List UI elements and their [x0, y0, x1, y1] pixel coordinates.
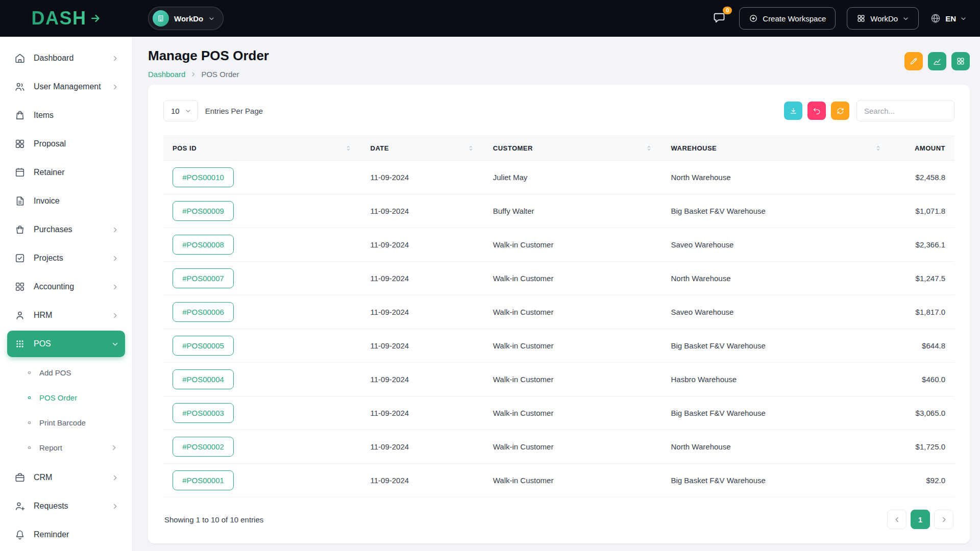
amount-cell: $1,071.8 — [891, 194, 954, 228]
sidebar-subitem-report[interactable]: Report — [0, 435, 132, 460]
pos-id-cell: #POS00009 — [163, 194, 361, 228]
column-header-content: WAREHOUSE — [671, 144, 883, 152]
column-header-customer[interactable]: CUSTOMER — [484, 136, 662, 161]
amount-cell: $92.0 — [891, 464, 954, 497]
messages-button[interactable]: 0 — [710, 9, 728, 28]
messages-badge: 0 — [723, 7, 732, 14]
pos-id-link[interactable]: #POS00002 — [173, 437, 234, 457]
previous-page-button[interactable] — [887, 510, 906, 529]
invoice-icon — [14, 195, 26, 207]
pos-id-link[interactable]: #POS00006 — [173, 302, 234, 322]
sidebar-item-dashboard[interactable]: Dashboard — [7, 45, 125, 71]
customer-cell: Juliet May — [484, 161, 662, 194]
dot-icon — [27, 395, 32, 400]
sidebar-item-label: Accounting — [34, 282, 111, 291]
requests-icon — [14, 500, 26, 512]
sidebar-item-hrm[interactable]: HRM — [7, 302, 125, 329]
column-header-amount: AMOUNT — [891, 136, 954, 161]
order-date-cell: 11-09-2024 — [361, 161, 484, 194]
refresh-button[interactable] — [831, 102, 849, 120]
breadcrumb-link-dashboard[interactable]: Dashboard — [148, 70, 185, 79]
sidebar-item-proposal[interactable]: Proposal — [7, 131, 125, 157]
sidebar-item-invoice[interactable]: Invoice — [7, 188, 125, 214]
pos-id-cell: #POS00006 — [163, 295, 361, 329]
table-row: #POS0000511-09-2024Walk-in CustomerBig B… — [163, 329, 954, 363]
column-label: WAREHOUSE — [671, 144, 717, 152]
download-icon — [789, 107, 798, 115]
items-icon — [14, 110, 26, 121]
customer-cell: Walk-in Customer — [484, 464, 662, 497]
amount-cell: $2,366.1 — [891, 228, 954, 262]
create-workspace-button[interactable]: Create Workspace — [739, 7, 836, 30]
pos-order-table: POS IDDATECUSTOMERWAREHOUSEAMOUNT #POS00… — [163, 136, 954, 497]
chevron-right-icon — [111, 283, 119, 291]
column-header-warehouse[interactable]: WAREHOUSE — [662, 136, 892, 161]
chart-icon — [933, 57, 942, 66]
column-header-date[interactable]: DATE — [361, 136, 484, 161]
language-label: EN — [945, 14, 956, 23]
sidebar-item-crm[interactable]: CRM — [7, 464, 125, 491]
workspace-name: WorkDo — [174, 14, 203, 23]
customer-cell: Walk-in Customer — [484, 430, 662, 464]
download-button[interactable] — [784, 102, 802, 120]
sidebar-item-reminder[interactable]: Reminder — [7, 521, 125, 548]
language-selector[interactable]: EN — [930, 13, 967, 24]
chevron-right-icon — [190, 71, 197, 78]
sidebar-subitem-pos-order[interactable]: POS Order — [0, 385, 132, 410]
warehouse-cell: North Warehouse — [662, 262, 892, 295]
sidebar-item-projects[interactable]: Projects — [7, 245, 125, 271]
pos-id-link[interactable]: #POS00008 — [173, 235, 234, 255]
app-switcher-button[interactable]: WorkDo — [847, 7, 919, 30]
sort-icon — [874, 144, 882, 152]
sidebar-item-accounting[interactable]: Accounting — [7, 273, 125, 300]
search-input[interactable] — [856, 100, 954, 121]
undo-button[interactable] — [807, 102, 826, 120]
page-actions — [904, 52, 970, 70]
dot-icon — [27, 445, 32, 450]
order-date-cell: 11-09-2024 — [361, 464, 484, 497]
pos-id-link[interactable]: #POS00001 — [173, 470, 234, 490]
sidebar-item-pos[interactable]: POS — [7, 331, 125, 357]
entries-per-page-label: Entries Per Page — [205, 107, 263, 115]
pos-id-link[interactable]: #POS00007 — [173, 268, 234, 288]
app-logo[interactable]: DASH — [31, 9, 101, 28]
reminder-icon — [14, 529, 26, 540]
users-icon — [14, 81, 26, 92]
main-content: Manage POS Order DashboardPOS Order 10 E… — [133, 0, 980, 543]
pencil-icon — [909, 57, 918, 66]
chart-button[interactable] — [928, 52, 946, 70]
chevron-right-icon — [111, 55, 119, 62]
sidebar-subitem-print-barcode[interactable]: Print Barcode — [0, 410, 132, 435]
pos-id-link[interactable]: #POS00009 — [173, 201, 234, 221]
purchases-icon — [14, 224, 26, 235]
globe-icon — [930, 13, 941, 24]
pos-id-link[interactable]: #POS00003 — [173, 403, 234, 423]
chevron-right-icon — [111, 255, 119, 262]
chevron-down-icon — [902, 15, 909, 22]
pos-id-link[interactable]: #POS00004 — [173, 369, 234, 389]
next-page-button[interactable] — [934, 510, 953, 529]
warehouse-cell: Big Basket F&V Warehouse — [662, 194, 892, 228]
customer-cell: Walk-in Customer — [484, 396, 662, 430]
sidebar-item-purchases[interactable]: Purchases — [7, 216, 125, 243]
entries-per-page-select[interactable]: 10 — [163, 100, 198, 121]
warehouse-cell: Big Basket F&V Warehouse — [662, 464, 892, 497]
sidebar-item-items[interactable]: Items — [7, 102, 125, 129]
grid-view-button[interactable] — [951, 52, 970, 70]
page-number-button[interactable]: 1 — [911, 510, 930, 529]
sidebar-subitem-add-pos[interactable]: Add POS — [0, 360, 132, 385]
sidebar-item-label: Projects — [34, 254, 111, 263]
workspace-switcher[interactable]: WorkDo — [148, 7, 224, 30]
chevron-right-icon — [111, 312, 119, 319]
sidebar-item-label: Proposal — [34, 139, 119, 148]
sidebar-item-user-management[interactable]: User Management — [7, 73, 125, 100]
column-header-pos-id[interactable]: POS ID — [163, 136, 361, 161]
edit-button[interactable] — [904, 52, 923, 70]
order-date-cell: 11-09-2024 — [361, 363, 484, 396]
table-body: #POS0001011-09-2024Juliet MayNorth Wareh… — [163, 161, 954, 497]
column-header-content: DATE — [371, 144, 475, 152]
sidebar-item-requests[interactable]: Requests — [7, 493, 125, 519]
sidebar-item-retainer[interactable]: Retainer — [7, 159, 125, 186]
pos-id-link[interactable]: #POS00005 — [173, 336, 234, 356]
pos-id-link[interactable]: #POS00010 — [173, 167, 234, 187]
